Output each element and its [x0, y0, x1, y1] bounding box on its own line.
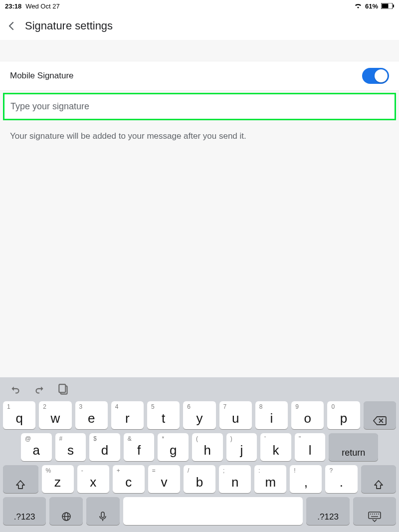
key-o[interactable]: 9o — [291, 401, 324, 429]
mobile-signature-row: Mobile Signature — [0, 61, 399, 91]
keyboard-rows: 1q 2w 3e 4r 5t 6y 7u 8i 9o 0p @a #s $d &… — [0, 401, 399, 532]
key-shift-left[interactable] — [3, 465, 38, 493]
microphone-icon — [98, 511, 108, 522]
key-l[interactable]: "l — [295, 433, 326, 461]
battery-icon — [381, 3, 394, 9]
nav-bar: Signature settings — [0, 12, 399, 40]
key-backspace[interactable] — [364, 401, 396, 429]
key-period[interactable]: ?. — [325, 465, 357, 493]
svg-rect-1 — [382, 4, 389, 8]
key-p[interactable]: 0p — [327, 401, 360, 429]
key-space[interactable] — [123, 497, 303, 525]
mobile-signature-label: Mobile Signature — [10, 71, 74, 81]
key-return[interactable]: return — [329, 433, 378, 461]
keyboard-row-1: 1q 2w 3e 4r 5t 6y 7u 8i 9o 0p — [3, 401, 396, 429]
keyboard-toolbar — [0, 381, 399, 401]
signature-input[interactable] — [10, 101, 389, 112]
signature-input-highlight — [3, 93, 396, 120]
key-t[interactable]: 5t — [147, 401, 180, 429]
section-gap — [0, 40, 399, 61]
key-z[interactable]: %z — [42, 465, 74, 493]
key-q[interactable]: 1q — [3, 401, 35, 429]
svg-rect-10 — [101, 512, 104, 518]
key-comma[interactable]: !, — [290, 465, 322, 493]
battery-percent: 61% — [365, 2, 378, 10]
status-time: 23:18 — [5, 2, 21, 10]
shift-icon — [373, 479, 384, 490]
undo-icon[interactable] — [9, 383, 22, 396]
key-symbols-right[interactable]: .?123 — [306, 497, 349, 525]
key-symbols-left[interactable]: .?123 — [3, 497, 46, 525]
svg-rect-12 — [369, 512, 381, 519]
key-g[interactable]: *g — [158, 433, 189, 461]
key-b[interactable]: /b — [184, 465, 215, 493]
key-a[interactable]: @a — [21, 433, 52, 461]
key-d[interactable]: $d — [89, 433, 120, 461]
keyboard-row-2: @a #s $d &f *g (h )j 'k "l return — [3, 433, 396, 461]
back-button[interactable] — [7, 21, 16, 30]
screen: 23:18 Wed Oct 27 61% Signature settings … — [0, 0, 399, 532]
hide-keyboard-icon — [368, 511, 382, 522]
wifi-icon — [354, 3, 362, 9]
key-r[interactable]: 4r — [111, 401, 144, 429]
key-j[interactable]: )j — [226, 433, 257, 461]
key-u[interactable]: 7u — [219, 401, 252, 429]
key-e[interactable]: 3e — [75, 401, 108, 429]
key-dictation[interactable] — [86, 497, 120, 525]
key-shift-right[interactable] — [361, 465, 397, 493]
content-spacer — [0, 150, 399, 377]
svg-rect-4 — [59, 384, 65, 392]
key-c[interactable]: +c — [113, 465, 145, 493]
status-left: 23:18 Wed Oct 27 — [5, 2, 60, 10]
clipboard-icon[interactable] — [57, 383, 70, 396]
key-n[interactable]: ;n — [219, 465, 251, 493]
key-m[interactable]: :m — [254, 465, 286, 493]
globe-icon — [61, 511, 72, 522]
key-y[interactable]: 6y — [183, 401, 215, 429]
page-title: Signature settings — [25, 19, 113, 32]
key-globe[interactable] — [49, 497, 83, 525]
status-date: Wed Oct 27 — [25, 2, 59, 10]
status-bar: 23:18 Wed Oct 27 61% — [0, 0, 399, 12]
key-w[interactable]: 2w — [39, 401, 71, 429]
key-h[interactable]: (h — [192, 433, 223, 461]
key-i[interactable]: 8i — [255, 401, 288, 429]
keyboard-row-3: %z -x +c =v /b ;n :m !, ?. — [3, 465, 396, 493]
keyboard-row-4: .?123 .?123 — [3, 497, 396, 525]
svg-rect-2 — [393, 4, 394, 7]
keyboard: 1q 2w 3e 4r 5t 6y 7u 8i 9o 0p @a #s $d &… — [0, 377, 399, 532]
key-k[interactable]: 'k — [260, 433, 291, 461]
key-f[interactable]: &f — [124, 433, 155, 461]
key-x[interactable]: -x — [77, 465, 109, 493]
backspace-icon — [372, 415, 387, 426]
key-s[interactable]: #s — [55, 433, 86, 461]
status-right: 61% — [354, 2, 394, 10]
key-v[interactable]: =v — [148, 465, 180, 493]
redo-icon[interactable] — [33, 383, 46, 396]
shift-icon — [15, 479, 26, 490]
signature-helper-text: Your signature will be added to your mes… — [0, 122, 399, 150]
mobile-signature-toggle[interactable] — [362, 68, 389, 84]
key-hide-keyboard[interactable] — [353, 497, 396, 525]
